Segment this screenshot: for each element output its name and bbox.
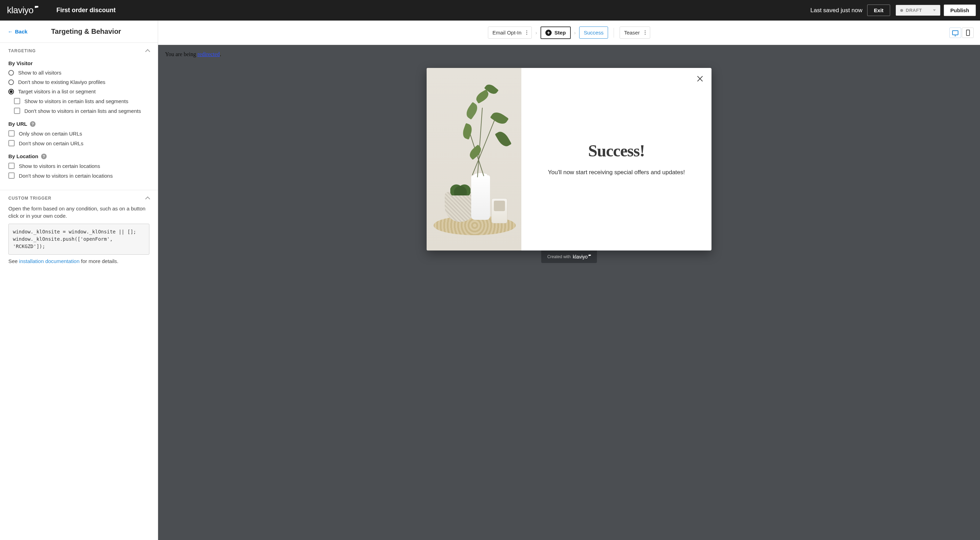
radio-icon: [8, 89, 14, 94]
brand-logo: klaviyo: [7, 5, 38, 16]
radio-label: Target visitors in a list or segment: [18, 89, 96, 94]
close-icon: [696, 75, 704, 83]
publish-button[interactable]: Publish: [944, 5, 976, 16]
caret-down-icon: [933, 10, 936, 11]
popup-heading: Success!: [588, 141, 645, 160]
back-button[interactable]: ← Back: [8, 29, 27, 35]
custom-trigger-desc: Open the form based on any condition, su…: [8, 205, 150, 220]
checkbox-icon: [14, 98, 20, 104]
klaviyo-mini-logo: klaviyo: [573, 254, 591, 260]
device-desktop-button[interactable]: [949, 27, 961, 38]
step-email-optin[interactable]: Email Opt-In: [488, 27, 532, 39]
checkbox-icon: [8, 163, 14, 169]
radio-icon: [8, 80, 14, 85]
custom-trigger-code[interactable]: window._klOnsite = window._klOnsite || […: [8, 224, 150, 255]
checkbox-hide-locations[interactable]: Don't show to visitors in certain locati…: [8, 172, 150, 179]
radio-show-all-visitors[interactable]: Show to all visitors: [8, 70, 150, 76]
checkbox-label: Don't show to visitors in certain locati…: [19, 173, 113, 179]
form-title: First order discount: [56, 6, 116, 14]
plus-circle-icon: +: [546, 30, 552, 36]
radio-icon: [8, 70, 14, 76]
exit-button[interactable]: Exit: [867, 5, 890, 16]
step-label: Email Opt-In: [492, 30, 521, 35]
kebab-menu-icon[interactable]: [525, 30, 529, 35]
sidebar-header: ← Back Targeting & Behavior: [0, 21, 158, 43]
checkbox-label: Show to visitors in certain lists and se…: [24, 98, 128, 104]
popup-preview[interactable]: Success! You'll now start receiving spec…: [426, 68, 711, 250]
checkbox-label: Don't show on certain URLs: [19, 140, 83, 147]
targeting-section: TARGETING By Visitor Show to all visitor…: [0, 43, 158, 190]
checkbox-hide-certain-segments[interactable]: Don't show to visitors in certain lists …: [14, 108, 150, 114]
checkbox-label: Show to visitors in certain locations: [19, 163, 100, 169]
targeting-section-header[interactable]: TARGETING: [8, 48, 150, 53]
redirect-text: You are being redirected.: [165, 51, 974, 57]
steps-bar: Email Opt-In › + Step › Success Teaser: [158, 21, 980, 45]
checkbox-label: Only show on certain URLs: [19, 131, 82, 137]
step-divider: [614, 28, 614, 38]
checkbox-show-locations[interactable]: Show to visitors in certain locations: [8, 163, 150, 169]
chevron-right-icon: ›: [574, 30, 576, 35]
help-icon[interactable]: ?: [41, 154, 47, 159]
created-with-badge[interactable]: Created with klaviyo: [541, 250, 597, 263]
checkbox-label: Don't show to visitors in certain lists …: [24, 108, 141, 114]
desktop-icon: [952, 30, 958, 35]
chevron-up-icon: [145, 196, 150, 201]
custom-trigger-section: CUSTOM TRIGGER Open the form based on an…: [0, 190, 158, 272]
by-location-label: By Location: [8, 153, 38, 159]
sidebar: ← Back Targeting & Behavior TARGETING By…: [0, 21, 158, 540]
checkbox-icon: [8, 140, 14, 147]
custom-trigger-header[interactable]: CUSTOM TRIGGER: [8, 196, 150, 201]
by-url-label: By URL: [8, 121, 27, 127]
status-label: DRAFT: [906, 8, 930, 13]
step-success[interactable]: Success: [579, 27, 608, 39]
by-location-title: By Location ?: [8, 153, 150, 159]
by-url-title: By URL ?: [8, 121, 150, 127]
status-dropdown[interactable]: DRAFT: [896, 5, 940, 16]
created-with-text: Created with: [547, 254, 570, 259]
checkbox-icon: [8, 130, 14, 137]
mobile-icon: [966, 30, 970, 36]
popup-close-button[interactable]: [696, 75, 704, 84]
step-label: Teaser: [624, 30, 640, 35]
checkbox-show-certain-segments[interactable]: Show to visitors in certain lists and se…: [14, 98, 150, 104]
redirect-link[interactable]: redirected: [197, 51, 220, 57]
kebab-menu-icon[interactable]: [643, 30, 647, 35]
step-label: Success: [584, 30, 603, 35]
installation-doc-link[interactable]: installation documentation: [19, 258, 80, 264]
topbar: klaviyo First order discount Last saved …: [0, 0, 980, 21]
chevron-right-icon: ›: [535, 30, 537, 35]
add-step-label: Step: [554, 30, 566, 35]
step-teaser[interactable]: Teaser: [620, 27, 650, 39]
by-visitor-title: By Visitor: [8, 60, 150, 66]
arrow-left-icon: ←: [8, 29, 13, 35]
targeting-section-title: TARGETING: [8, 48, 36, 53]
device-toggle: [949, 27, 974, 38]
device-mobile-button[interactable]: [962, 27, 974, 38]
popup-image-panel: [426, 68, 521, 250]
panel-title: Targeting & Behavior: [51, 27, 121, 35]
add-step-button[interactable]: + Step: [541, 27, 571, 39]
radio-label: Don't show to existing Klaviyo profiles: [18, 79, 105, 85]
status-dot-icon: [900, 9, 903, 12]
last-saved-text: Last saved just now: [810, 7, 862, 14]
custom-trigger-see-more: See installation documentation for more …: [8, 258, 150, 264]
checkbox-icon: [14, 108, 20, 114]
radio-exclude-klaviyo-profiles[interactable]: Don't show to existing Klaviyo profiles: [8, 79, 150, 85]
checkbox-dont-show-urls[interactable]: Don't show on certain URLs: [8, 140, 150, 147]
chevron-up-icon: [145, 49, 150, 54]
radio-label: Show to all visitors: [18, 70, 61, 76]
radio-target-segment[interactable]: Target visitors in a list or segment: [8, 89, 150, 94]
checkbox-only-show-urls[interactable]: Only show on certain URLs: [8, 130, 150, 137]
help-icon[interactable]: ?: [30, 121, 35, 127]
back-label: Back: [15, 29, 27, 35]
custom-trigger-title: CUSTOM TRIGGER: [8, 196, 51, 201]
preview-canvas: You are being redirected.: [158, 45, 980, 540]
checkbox-icon: [8, 172, 14, 179]
popup-content-panel: Success! You'll now start receiving spec…: [521, 68, 711, 250]
popup-body: You'll now start receiving special offer…: [548, 168, 685, 177]
